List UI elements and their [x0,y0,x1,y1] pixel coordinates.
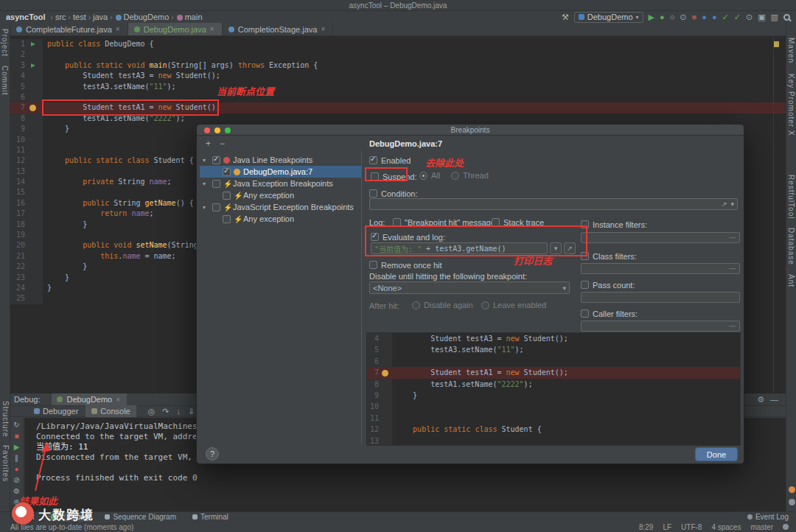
gutter[interactable]: 22 [10,262,43,272]
breadcrumb-item[interactable]: DebugDemo [124,13,170,21]
log-stacktrace-checkbox[interactable]: Stack trace [492,217,544,228]
enabled-checkbox[interactable]: Enabled [369,155,411,166]
stop-button[interactable]: ■ [692,11,697,23]
dialog-titlebar[interactable]: Breakpoints [197,125,744,136]
breakpoint-icon[interactable] [379,367,391,378]
breakpoint-tree-item[interactable]: Any exception [200,213,361,225]
settings-icon[interactable]: ⚙ [757,393,764,405]
inspection-indicator-icon[interactable] [773,41,779,47]
suspend-checkbox[interactable]: Suspend: [371,171,416,182]
status-item[interactable]: LF [663,523,671,531]
gutter[interactable]: 24 [10,283,43,293]
tree-expander-icon[interactable] [203,204,209,211]
breadcrumb-item[interactable]: java [93,13,108,21]
tool-window-button[interactable]: Sequence Diagram [101,512,180,522]
checkbox-icon[interactable] [223,192,231,200]
run-gutter-icon[interactable] [25,60,41,71]
close-window-icon[interactable] [204,127,210,133]
gutter[interactable]: 23 [10,273,43,283]
gutter[interactable]: 12 [10,155,43,166]
pause-icon[interactable]: ∥ [15,453,18,463]
disable-again-radio[interactable]: Disable again [412,301,473,309]
gutter[interactable]: 25 [10,293,43,304]
help-button[interactable]: ? [206,447,219,461]
filter-input[interactable] [581,321,740,332]
tool-window-button[interactable]: Terminal [189,512,232,522]
resume-icon[interactable]: ▶ [14,442,20,452]
layout-icon[interactable]: ▥ [771,11,778,23]
plugin-icon-2[interactable]: ● [712,11,717,23]
close-icon[interactable] [116,396,122,404]
gutter[interactable]: 17 [10,209,43,219]
gutter[interactable]: 5 [10,82,43,92]
filter-checkbox[interactable]: Pass count: [581,279,635,290]
gutter[interactable]: 15 [10,187,43,197]
breakpoint-tree-item[interactable]: DebugDemo.java:7 [200,166,361,178]
tool-strip-button[interactable]: Commit [1,66,9,95]
plugin-icon-1[interactable]: ● [702,11,707,23]
tool-strip-button[interactable]: Project [1,29,9,57]
status-item[interactable]: 8:29 [639,523,653,531]
run-button[interactable]: ▶ [649,11,654,23]
run-gutter-icon[interactable] [25,39,41,49]
browse-icon[interactable] [729,265,736,273]
disable-until-select[interactable]: <None> [369,281,570,294]
tree-expander-icon[interactable] [203,157,209,164]
highlight-level-icon[interactable] [783,524,789,530]
clock-icon[interactable]: ⊙ [746,11,753,23]
suspend-thread-radio[interactable]: Thread [451,171,489,180]
tool-strip-button[interactable]: RestfulTool [787,175,795,219]
editor-tab[interactable]: CompletionStage.java [223,23,334,35]
tab-console[interactable]: Console [85,405,136,417]
show-execution-point-icon[interactable]: ◎ [148,405,156,417]
browse-icon[interactable] [729,322,736,330]
gutter[interactable]: 3 [10,60,43,71]
checkbox-icon[interactable] [212,156,220,164]
check-icon-2[interactable]: ✓ [734,11,741,23]
profiler-button[interactable]: ⊙ [680,11,686,23]
chevron-down-icon[interactable] [550,242,562,254]
zoom-window-icon[interactable] [225,127,231,133]
filter-input[interactable] [581,263,740,274]
tab-debugger[interactable]: Debugger [28,405,84,417]
close-icon[interactable] [321,25,327,33]
filter-checkbox[interactable]: Instance filters: [581,219,647,230]
minimize-window-icon[interactable] [214,127,220,133]
evaluate-expression-input[interactable]: "当前值为: " + testA3.getName() [371,242,548,254]
tool-strip-button[interactable]: Favorites [1,445,10,482]
filter-input[interactable] [581,232,740,243]
close-icon[interactable] [210,25,216,33]
checkbox-icon[interactable] [223,168,231,176]
breadcrumb-item[interactable]: test [73,13,86,21]
gutter[interactable]: 8 [10,113,43,124]
gutter[interactable]: 2 [10,49,43,60]
tool-strip-button[interactable]: Structure [1,401,10,438]
status-item[interactable]: master [750,523,773,531]
gutter[interactable]: 1 [10,39,43,49]
remove-breakpoint-button[interactable]: − [220,139,225,149]
condition-input[interactable] [369,198,738,210]
project-root-crumb[interactable]: asyncTool [6,13,46,21]
expand-editor-icon[interactable] [564,242,576,254]
gutter[interactable]: 14 [10,177,43,187]
mute-breakpoints-icon[interactable]: ⊘ [13,475,19,485]
leetcode-icon[interactable] [789,486,795,493]
gutter[interactable]: 18 [10,220,43,230]
debug-session-tab[interactable]: DebugDemo [52,393,127,405]
step-into-icon[interactable]: ↓ [177,405,181,417]
rerun-icon[interactable]: ↻ [13,420,19,430]
build-hammer-icon[interactable]: ⚒ [562,11,569,23]
search-everywhere-icon[interactable] [783,14,790,21]
gutter[interactable]: 7 [10,102,43,113]
gutter[interactable]: 19 [10,230,43,240]
step-over-icon[interactable]: ↷ [162,405,169,417]
gutter[interactable]: 6 [10,92,43,102]
filter-input[interactable] [581,292,740,303]
force-step-into-icon[interactable]: ⇓ [188,405,195,417]
gutter[interactable]: 21 [10,251,43,262]
breakpoint-tree-item[interactable]: JavaScript Exception Breakpoints [200,201,361,213]
browse-icon[interactable] [729,234,736,242]
stop-icon[interactable]: ■ [14,431,18,441]
gutter[interactable]: 11 [10,145,43,155]
close-icon[interactable] [116,25,122,33]
